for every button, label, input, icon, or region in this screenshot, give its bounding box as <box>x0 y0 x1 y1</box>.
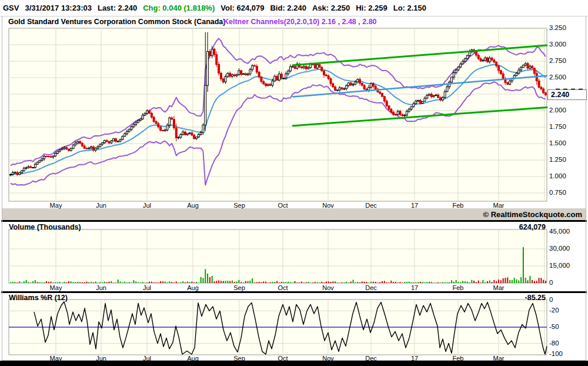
x-axis-month-label-volume: Sep <box>226 284 252 291</box>
x-axis-month-label-main: Nov <box>315 202 341 209</box>
price-y-tick-label: 3.250 <box>549 24 566 31</box>
price-y-tick-label: 1.250 <box>549 156 566 163</box>
price-y-tick-label: 3.000 <box>549 41 566 48</box>
williams-y-tick-label: -20 <box>549 307 559 314</box>
volume-y-tick-label: 45,000 <box>549 228 570 235</box>
price-y-tick-label: 2.000 <box>549 107 566 114</box>
quote-bid: Bid: 2.240 <box>270 4 306 12</box>
quote-ask: Ask: 2.250 <box>312 4 350 12</box>
quote-change: Chg: 0.040 (1.818%) <box>143 4 215 12</box>
x-axis-month-label-volume: May <box>43 284 69 291</box>
price-y-tick-label: 2.750 <box>549 57 566 64</box>
volume-panel-title: Volume (Thousands) <box>9 223 81 231</box>
x-axis-month-label-main: Oct <box>270 202 296 209</box>
x-axis-month-label-volume: Feb <box>445 284 471 291</box>
quote-datetime: 3/31/2017 13:23:03 <box>25 4 91 12</box>
x-axis-month-label-williams: Feb <box>445 355 471 362</box>
x-axis-month-label-williams: Nov <box>315 355 341 362</box>
quote-low: Lo: 2.150 <box>393 4 426 12</box>
x-axis-month-label-main: Sep <box>226 202 252 209</box>
x-axis-month-label-main: Feb <box>445 202 471 209</box>
volume-current-value: 624,079 <box>457 223 546 231</box>
x-axis-month-label-main: 17 <box>402 202 427 209</box>
quote-last: Last: 2.240 <box>98 4 137 12</box>
x-axis-month-label-main: May <box>43 202 69 209</box>
quote-header-bar: GSV 3/31/2017 13:23:03 Last: 2.240 Chg: … <box>0 0 588 16</box>
stock-chart-page: GSV 3/31/2017 13:23:03 Last: 2.240 Chg: … <box>0 0 588 366</box>
x-axis-month-label-main: Aug <box>180 202 206 209</box>
x-axis-month-label-williams: May <box>43 355 69 362</box>
ticker-symbol: GSV <box>3 4 19 12</box>
williams-y-tick-label: 0 <box>549 296 553 303</box>
x-axis-month-label-williams: Oct <box>270 355 296 362</box>
x-axis-month-label-volume: Jun <box>88 284 114 291</box>
price-y-tick-label: 1.000 <box>549 172 566 179</box>
volume-y-tick-label: 0 <box>549 279 553 286</box>
x-axis-month-label-volume: Jul <box>134 284 160 291</box>
x-axis-month-label-williams: Jul <box>134 355 160 362</box>
price-y-tick-label: 1.500 <box>549 139 566 147</box>
price-y-tick-label: 2.500 <box>549 74 566 81</box>
main-chart-title: Gold Standard Ventures Corporation Commo… <box>8 18 225 26</box>
x-axis-month-label-volume: Oct <box>270 284 296 291</box>
last-price-axis-label: 2.240 <box>547 89 587 100</box>
volume-y-tick-label: 30,000 <box>549 245 570 252</box>
williams-y-tick-label: -100 <box>549 350 563 357</box>
x-axis-month-label-volume: Dec <box>358 284 384 291</box>
williams-current-value: -85.25 <box>457 294 546 302</box>
williams-y-tick-label: -80 <box>549 340 559 347</box>
keltner-indicator-label: Keltner Channels(20,2.0,10) 2.16 , 2.48 … <box>223 18 377 26</box>
x-axis-month-label-volume: 17 <box>402 284 427 291</box>
x-axis-month-label-williams: Sep <box>226 355 252 362</box>
quote-volume: Vol: 624,079 <box>220 4 264 12</box>
copyright-link[interactable]: © RealtimeStockquote.com <box>483 210 582 219</box>
x-axis-month-label-williams: Dec <box>358 355 384 362</box>
price-y-tick-label: 1.750 <box>549 123 566 130</box>
x-axis-month-label-main: Mar <box>486 202 512 209</box>
x-axis-month-label-volume: Mar <box>486 284 512 291</box>
x-axis-month-label-volume: Aug <box>180 284 206 291</box>
x-axis-month-label-main: Jul <box>134 202 160 209</box>
williams-y-tick-label: -50 <box>549 323 559 330</box>
quote-high: Hi: 2.259 <box>356 4 387 12</box>
x-axis-month-label-main: Dec <box>358 202 384 209</box>
williams-panel-title: Williams %R (12) <box>9 294 68 302</box>
x-axis-month-label-williams: Aug <box>180 355 206 362</box>
price-y-tick-label: 0.750 <box>549 189 566 196</box>
x-axis-month-label-williams: Jun <box>88 355 114 362</box>
x-axis-month-label-williams: 17 <box>402 355 427 362</box>
x-axis-month-label-williams: Mar <box>486 355 512 362</box>
chart-graphics <box>0 0 588 366</box>
volume-y-tick-label: 15,000 <box>549 262 570 269</box>
x-axis-month-label-main: Jun <box>88 202 114 209</box>
x-axis-month-label-volume: Nov <box>315 284 341 291</box>
